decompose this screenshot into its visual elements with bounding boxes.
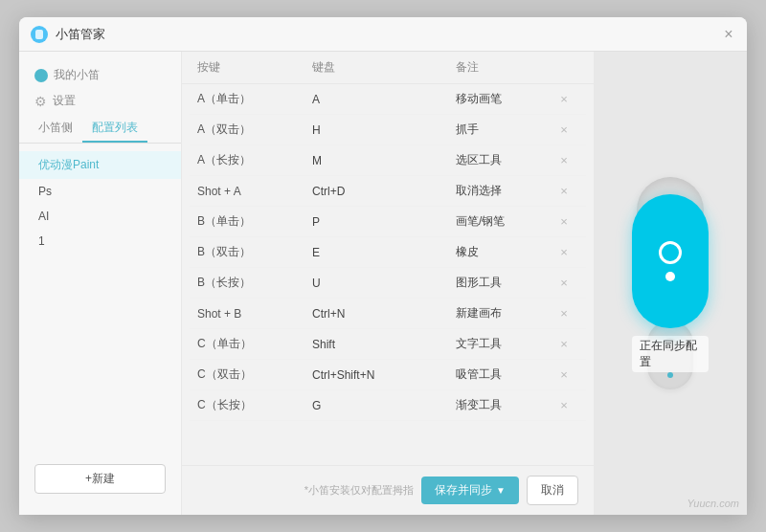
- table-footer: *小笛安装仅对配置拇指 保存并同步 ▼ 取消: [182, 465, 594, 515]
- row-note: 抓手: [456, 122, 550, 138]
- row-keyboard: M: [312, 154, 456, 167]
- row-key-label: C（双击）: [197, 366, 312, 383]
- row-keyboard: E: [312, 246, 456, 259]
- row-delete-icon[interactable]: ×: [550, 306, 578, 321]
- table-row: Shot + B Ctrl+N 新建画布 ×: [190, 299, 586, 329]
- sync-circle: [659, 241, 682, 264]
- new-config-button[interactable]: +新建: [34, 464, 166, 494]
- row-key-label: C（长按）: [197, 397, 312, 413]
- sync-label: 正在同步配置: [632, 336, 709, 372]
- sync-overlay: 正在同步配置: [632, 194, 709, 372]
- sync-device: [632, 194, 709, 328]
- row-keyboard: A: [312, 93, 456, 106]
- col-keyboard: 键盘: [312, 59, 456, 76]
- row-note: 移动画笔: [456, 91, 550, 107]
- table-area: 按键 键盘 备注 A（单击） A 移动画笔 × A（双击） H 抓手 × A（长…: [182, 52, 594, 515]
- row-delete-icon[interactable]: ×: [550, 153, 578, 167]
- sidebar-item-ai[interactable]: AI: [19, 204, 181, 229]
- xiao-icon: [34, 69, 48, 82]
- yuucn-badge: Yuucn.com: [687, 498, 739, 509]
- sidebar-item-1[interactable]: 1: [19, 229, 181, 254]
- row-key-label: Shot + B: [197, 307, 312, 321]
- row-note: 文字工具: [456, 336, 550, 352]
- row-delete-icon[interactable]: ×: [550, 122, 578, 137]
- table-row: A（单击） A 移动画笔 ×: [190, 84, 586, 115]
- sidebar: 我的小笛 ⚙ 设置 小笛侧 配置列表 优动漫Paint Ps AI: [19, 52, 182, 515]
- row-delete-icon[interactable]: ×: [550, 92, 578, 106]
- settings-section: ⚙ 设置: [19, 89, 181, 113]
- table-row: C（单击） Shift 文字工具 ×: [190, 329, 586, 360]
- sidebar-tabs: 小笛侧 配置列表: [19, 115, 181, 144]
- settings-label: 设置: [53, 93, 76, 109]
- row-delete-icon[interactable]: ×: [550, 245, 578, 259]
- row-keyboard: H: [312, 123, 456, 137]
- row-keyboard: Shift: [312, 338, 456, 351]
- table-row: A（长按） M 选区工具 ×: [190, 145, 586, 176]
- device-dot: [667, 372, 673, 378]
- save-button[interactable]: 保存并同步 ▼: [421, 477, 519, 504]
- main-content: 我的小笛 ⚙ 设置 小笛侧 配置列表 优动漫Paint Ps AI: [19, 52, 747, 515]
- row-key-label: B（长按）: [197, 275, 312, 291]
- row-key-label: A（长按）: [197, 152, 312, 168]
- row-delete-icon[interactable]: ×: [550, 276, 578, 290]
- sidebar-item-ps[interactable]: Ps: [19, 179, 181, 204]
- my-xiao-label: 我的小笛: [54, 67, 100, 83]
- sidebar-list: 优动漫Paint Ps AI 1: [19, 151, 181, 453]
- app-window: 小笛管家 × 我的小笛 ⚙ 设置 小笛侧 配置列表 优动漫Paint: [19, 17, 747, 515]
- row-keyboard: Ctrl+N: [312, 307, 456, 321]
- table-body: A（单击） A 移动画笔 × A（双击） H 抓手 × A（长按） M 选区工具…: [182, 84, 594, 465]
- footer-note: *小笛安装仅对配置拇指: [197, 483, 414, 498]
- row-delete-icon[interactable]: ×: [550, 184, 578, 198]
- row-key-label: C（单击）: [197, 336, 312, 352]
- table-row: C（双击） Ctrl+Shift+N 吸管工具 ×: [190, 360, 586, 390]
- table-header: 按键 键盘 备注: [182, 52, 594, 84]
- row-delete-icon[interactable]: ×: [550, 337, 578, 351]
- row-key-label: Shot + A: [197, 185, 312, 198]
- close-button[interactable]: ×: [722, 28, 735, 41]
- row-delete-icon[interactable]: ×: [550, 367, 578, 382]
- tab-config[interactable]: 配置列表: [82, 115, 147, 143]
- new-btn-wrapper: +新建: [19, 453, 181, 505]
- sync-dot: [665, 272, 675, 281]
- row-note: 吸管工具: [456, 366, 550, 383]
- table-row: C（长按） G 渐变工具 ×: [190, 390, 586, 421]
- row-note: 新建画布: [456, 305, 550, 321]
- table-row: B（长按） U 图形工具 ×: [190, 268, 586, 299]
- row-keyboard: P: [312, 215, 456, 229]
- sidebar-item-paint[interactable]: 优动漫Paint: [19, 151, 181, 179]
- row-delete-icon[interactable]: ×: [550, 398, 578, 412]
- col-note: 备注: [456, 59, 550, 76]
- row-note: 选区工具: [456, 152, 550, 168]
- row-key-label: A（双击）: [197, 122, 312, 138]
- row-keyboard: Ctrl+Shift+N: [312, 368, 456, 382]
- tab-xiao[interactable]: 小笛侧: [29, 115, 82, 143]
- row-note: 取消选择: [456, 183, 550, 199]
- row-note: 橡皮: [456, 244, 550, 260]
- col-key: 按键: [197, 59, 312, 76]
- title-bar: 小笛管家 ×: [19, 17, 747, 52]
- table-row: Shot + A Ctrl+D 取消选择 ×: [190, 176, 586, 207]
- row-note: 渐变工具: [456, 397, 550, 413]
- row-key-label: B（单击）: [197, 213, 312, 230]
- row-key-label: B（双击）: [197, 244, 312, 260]
- table-row: B（单击） P 画笔/钢笔 ×: [190, 207, 586, 237]
- row-note: 图形工具: [456, 275, 550, 291]
- device-panel: 正在同步配置: [594, 52, 747, 515]
- row-key-label: A（单击）: [197, 91, 312, 107]
- cancel-button[interactable]: 取消: [527, 476, 578, 505]
- row-keyboard: Ctrl+D: [312, 185, 456, 198]
- table-row: A（双击） H 抓手 ×: [190, 115, 586, 145]
- table-row: B（双击） E 橡皮 ×: [190, 237, 586, 268]
- row-delete-icon[interactable]: ×: [550, 214, 578, 229]
- row-note: 画笔/钢笔: [456, 213, 550, 230]
- row-keyboard: G: [312, 399, 456, 412]
- app-icon: [31, 26, 48, 43]
- window-title: 小笛管家: [56, 26, 722, 43]
- row-keyboard: U: [312, 277, 456, 290]
- my-xiao-section: 我的小笛: [19, 61, 181, 89]
